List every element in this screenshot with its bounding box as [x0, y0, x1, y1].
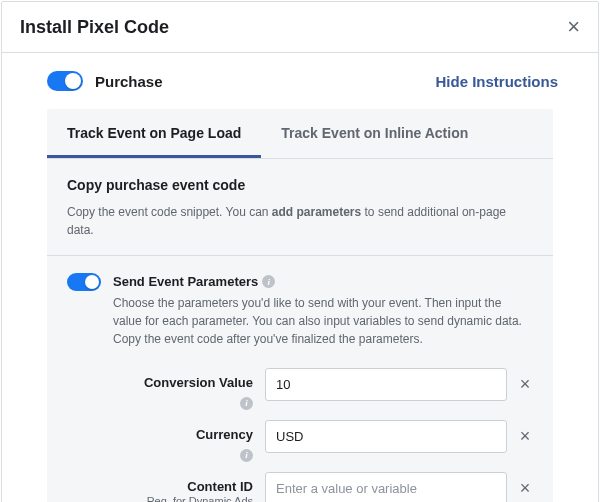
config-box: Track Event on Page Load Track Event on … — [47, 109, 553, 502]
send-params-desc: Choose the parameters you'd like to send… — [113, 294, 533, 348]
purchase-label: Purchase — [95, 73, 163, 90]
clear-icon[interactable]: × — [517, 426, 533, 447]
info-icon[interactable]: i — [240, 449, 253, 462]
field-label: Currency — [67, 427, 253, 442]
field-row-content-id: Content ID Req. for Dynamic Ads i × — [47, 462, 553, 502]
tab-inline-action[interactable]: Track Event on Inline Action — [261, 109, 488, 158]
field-label: Conversion Value — [67, 375, 253, 390]
tab-page-load[interactable]: Track Event on Page Load — [47, 109, 261, 158]
copy-heading: Copy purchase event code — [67, 177, 533, 193]
modal-title: Install Pixel Code — [20, 17, 169, 38]
modal-header: Install Pixel Code × — [2, 2, 598, 53]
fields-block: Conversion Value i × Currency i × — [47, 352, 553, 502]
info-icon[interactable]: i — [240, 397, 253, 410]
send-params-title: Send Event Parameters — [113, 274, 258, 289]
tabs: Track Event on Page Load Track Event on … — [47, 109, 553, 159]
copy-desc-bold: add parameters — [272, 205, 361, 219]
send-params-toggle[interactable] — [67, 273, 101, 291]
info-icon[interactable]: i — [262, 275, 275, 288]
currency-input[interactable] — [265, 420, 507, 453]
close-icon[interactable]: × — [567, 16, 580, 38]
content-id-input[interactable] — [265, 472, 507, 502]
field-sublabel: Req. for Dynamic Ads — [67, 495, 253, 502]
copy-section: Copy purchase event code Copy the event … — [47, 159, 553, 239]
send-params-row: Send Event Parameters i Choose the param… — [47, 256, 553, 352]
field-row-conversion-value: Conversion Value i × — [47, 358, 553, 410]
field-label: Content ID — [67, 479, 253, 494]
send-params-title-wrap: Send Event Parameters i — [113, 274, 275, 289]
install-pixel-modal: Install Pixel Code × Purchase Hide Instr… — [1, 1, 599, 502]
clear-icon[interactable]: × — [517, 478, 533, 499]
hide-instructions-link[interactable]: Hide Instructions — [435, 73, 558, 90]
conversion-value-input[interactable] — [265, 368, 507, 401]
copy-desc: Copy the event code snippet. You can add… — [67, 203, 533, 239]
copy-desc-pre: Copy the event code snippet. You can — [67, 205, 272, 219]
subheader-row: Purchase Hide Instructions — [2, 53, 598, 109]
field-row-currency: Currency i × — [47, 410, 553, 462]
purchase-toggle[interactable] — [47, 71, 83, 91]
clear-icon[interactable]: × — [517, 374, 533, 395]
